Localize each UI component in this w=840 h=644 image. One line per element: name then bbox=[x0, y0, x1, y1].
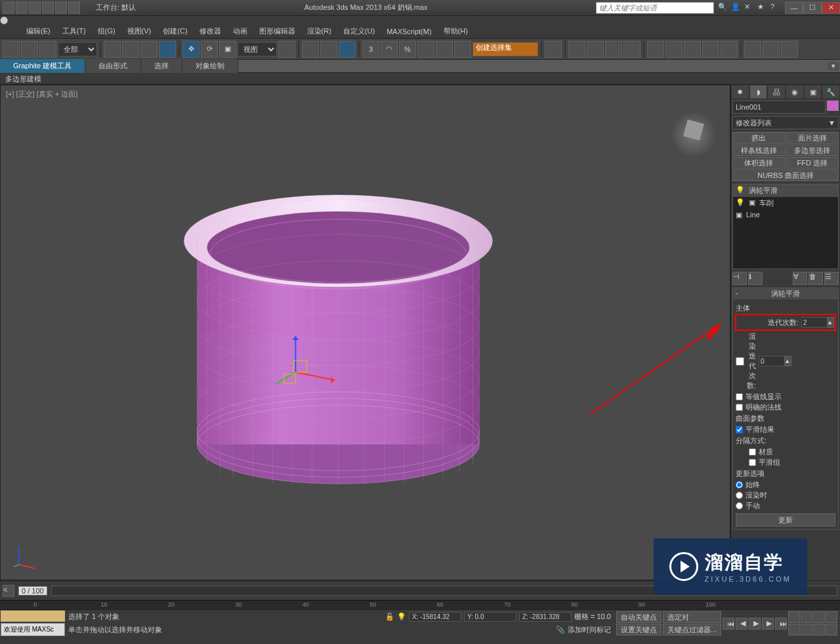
layer-manager-icon[interactable] bbox=[605, 41, 622, 58]
stack-item-lathe[interactable]: 💡▣车削 bbox=[733, 197, 838, 209]
maxscript-mini[interactable]: 欢迎使用 MAXSc bbox=[1, 623, 65, 636]
tab-objectpaint[interactable]: 对象绘制 bbox=[182, 59, 238, 73]
move-icon[interactable]: ✥ bbox=[182, 41, 200, 58]
minimize-button[interactable]: — bbox=[785, 2, 803, 14]
scale-icon[interactable]: ▣ bbox=[219, 41, 236, 58]
tab-graphite[interactable]: Graphite 建模工具 bbox=[0, 59, 85, 73]
menu-group[interactable]: 组(G) bbox=[98, 26, 116, 36]
menu-rendering[interactable]: 渲染(R) bbox=[307, 26, 331, 36]
menu-help[interactable]: 帮助(H) bbox=[444, 26, 468, 36]
remove-mod-icon[interactable]: 🗑 bbox=[808, 272, 823, 285]
coord-x[interactable]: X: -15814.32 bbox=[409, 612, 461, 622]
close-button[interactable]: ✕ bbox=[822, 2, 840, 14]
keyfilter-button[interactable]: 关键点过滤器... bbox=[663, 624, 721, 635]
modbtn-nurbs[interactable]: NURBS 曲面选择 bbox=[732, 169, 839, 181]
qat-open-icon[interactable] bbox=[16, 2, 28, 14]
manipulate-icon[interactable] bbox=[302, 41, 319, 58]
setkey-button[interactable]: 设置关键点 bbox=[616, 624, 662, 635]
tab-modify-icon[interactable]: ◗ bbox=[749, 85, 768, 99]
render-iters-input[interactable] bbox=[759, 356, 785, 366]
modifier-list-dropdown[interactable]: 修改器列表▼ bbox=[732, 116, 839, 129]
unlink-icon[interactable] bbox=[21, 41, 38, 58]
menu-animation[interactable]: 动画 bbox=[233, 26, 247, 36]
spinner-arrows-icon[interactable]: ▴ bbox=[785, 356, 791, 366]
tab-selection[interactable]: 选择 bbox=[141, 59, 182, 73]
tab-utilities-icon[interactable]: 🔧 bbox=[822, 85, 840, 99]
isoline-checkbox[interactable] bbox=[736, 393, 743, 400]
qat-save-icon[interactable] bbox=[29, 2, 41, 14]
configure-icon[interactable]: ☰ bbox=[824, 272, 839, 285]
explicit-normals-checkbox[interactable] bbox=[736, 404, 743, 411]
time-ruler[interactable]: 01020 304050 607080 90100 bbox=[0, 600, 840, 609]
edit-named-sel-icon[interactable] bbox=[454, 41, 471, 58]
selection-filter-select[interactable]: 全部 bbox=[58, 42, 97, 56]
bind-icon[interactable] bbox=[39, 41, 56, 58]
qat-viewport-icon[interactable] bbox=[68, 2, 80, 14]
angle-snap-icon[interactable]: ◠ bbox=[381, 41, 398, 58]
smooth-result-checkbox[interactable] bbox=[736, 426, 743, 433]
render-frame-icon[interactable] bbox=[702, 41, 719, 58]
stack-item-line[interactable]: ▣Line bbox=[733, 209, 838, 221]
keyboard-icon[interactable] bbox=[320, 41, 337, 58]
goto-start-icon[interactable]: ⏮ bbox=[723, 618, 734, 630]
nav-region-icon[interactable] bbox=[788, 624, 800, 635]
select-name-icon[interactable] bbox=[122, 41, 139, 58]
nav-maximize-icon[interactable] bbox=[826, 624, 837, 635]
qat-new-icon[interactable] bbox=[3, 2, 14, 14]
link-icon[interactable] bbox=[3, 41, 20, 58]
qat-redo-icon[interactable] bbox=[55, 2, 67, 14]
signin-icon[interactable]: 👤 bbox=[731, 3, 742, 13]
nav-fov-icon[interactable] bbox=[813, 611, 825, 623]
spinner-snap-icon[interactable] bbox=[417, 41, 434, 58]
menu-create[interactable]: 创建(C) bbox=[163, 26, 187, 36]
maximize-button[interactable]: ☐ bbox=[803, 2, 822, 14]
refcoord-select[interactable]: 视图 bbox=[238, 42, 277, 56]
lightbulb-icon[interactable]: 💡 bbox=[736, 198, 745, 208]
rotate-icon[interactable]: ⟳ bbox=[201, 41, 218, 58]
add-time-tag[interactable]: 添加时间标记 bbox=[568, 625, 611, 635]
iterations-spinner[interactable]: ▴ bbox=[801, 317, 834, 328]
menu-edit[interactable]: 编辑(E) bbox=[26, 26, 51, 36]
edged-faces-icon[interactable] bbox=[436, 41, 453, 58]
render-iters-spinner[interactable]: ▴ bbox=[759, 356, 791, 366]
tab-freeform[interactable]: 自由形式 bbox=[85, 59, 141, 73]
render-setup-icon[interactable] bbox=[684, 41, 701, 58]
lock-icon[interactable]: 🔓 bbox=[385, 612, 394, 621]
workspace-selector[interactable]: 工作台: 默认 bbox=[96, 3, 136, 12]
tab-hierarchy-icon[interactable]: 品 bbox=[767, 85, 786, 99]
next-frame-icon[interactable]: ▶ bbox=[762, 618, 774, 630]
binoculars-icon[interactable]: 🔍 bbox=[718, 3, 728, 13]
teapot1-icon[interactable] bbox=[744, 41, 761, 58]
frame-display[interactable]: 0 / 100 bbox=[18, 586, 47, 595]
lightbulb2-icon[interactable]: 💡 bbox=[397, 612, 406, 621]
named-sel-select[interactable]: 创建选择集 bbox=[472, 42, 538, 56]
viewport[interactable]: [+] [正交] [真实 + 边面] bbox=[0, 85, 730, 580]
menu-view[interactable]: 视图(V) bbox=[127, 26, 152, 36]
nav-zoom-icon[interactable] bbox=[801, 611, 812, 623]
timeline-toggle-icon[interactable]: < bbox=[3, 585, 14, 597]
modifier-stack[interactable]: 💡涡轮平滑 💡▣车削 ▣Line bbox=[732, 184, 839, 269]
qat-undo-icon[interactable] bbox=[42, 2, 54, 14]
goto-end-icon[interactable]: ⏭ bbox=[775, 618, 787, 630]
percent-snap-icon[interactable]: % bbox=[399, 41, 416, 58]
autokey-button[interactable]: 自动关键点 bbox=[616, 611, 662, 623]
teapot3-icon[interactable] bbox=[781, 41, 798, 58]
tab-motion-icon[interactable]: ◉ bbox=[786, 85, 804, 99]
favorite-icon[interactable]: ★ bbox=[757, 3, 768, 13]
pivot-icon[interactable] bbox=[278, 41, 295, 58]
curve-editor-icon[interactable] bbox=[623, 41, 640, 58]
schematic-icon[interactable] bbox=[647, 41, 664, 58]
viewport-label[interactable]: [+] [正交] [真实 + 边面] bbox=[6, 89, 77, 99]
make-unique-icon[interactable]: ∀ bbox=[793, 272, 807, 285]
object-name-field[interactable]: Line001 bbox=[732, 100, 826, 114]
object-color-swatch[interactable] bbox=[827, 100, 839, 111]
manual-radio[interactable] bbox=[736, 502, 743, 509]
stack-item-turbosmooth[interactable]: 💡涡轮平滑 bbox=[733, 184, 838, 197]
nav-zoomext-icon[interactable] bbox=[826, 611, 837, 623]
subribbon[interactable]: 多边形建模 bbox=[0, 73, 840, 85]
window-crossing-icon[interactable] bbox=[159, 41, 176, 58]
material-editor-icon[interactable] bbox=[665, 41, 682, 58]
modbtn-patchsel[interactable]: 面片选择 bbox=[786, 132, 839, 144]
lightbulb-icon[interactable]: 💡 bbox=[736, 186, 745, 196]
menu-customize[interactable]: 自定义(U) bbox=[343, 26, 375, 36]
